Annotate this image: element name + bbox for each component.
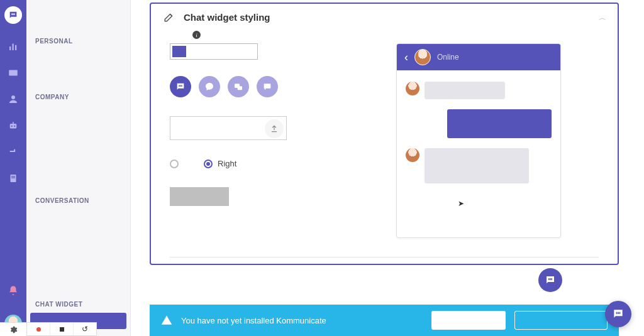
cursor-icon: ➤ bbox=[458, 199, 464, 208]
notifications-icon[interactable] bbox=[4, 282, 22, 300]
alert-text: You have not yet installed Kommunicate bbox=[181, 316, 423, 325]
nav-bot[interactable] bbox=[4, 117, 22, 134]
svg-rect-2 bbox=[14, 13, 14, 15]
svg-rect-17 bbox=[181, 85, 182, 87]
nav-analytics[interactable] bbox=[4, 38, 22, 55]
icon-option-3[interactable] bbox=[228, 76, 249, 97]
color-swatch bbox=[172, 46, 186, 57]
main-content: Chat widget styling ︿ i bbox=[131, 0, 644, 336]
info-icon[interactable]: i bbox=[192, 31, 201, 39]
chat-preview: ‹ Online bbox=[396, 43, 561, 238]
settings-sidebar: PERSONAL COMPANY CONVERSATION CHAT WIDGE… bbox=[26, 0, 131, 336]
svg-point-9 bbox=[11, 126, 13, 127]
pencil-icon bbox=[164, 11, 175, 23]
agent-avatar bbox=[414, 49, 431, 65]
msg-avatar bbox=[406, 82, 419, 95]
nav-docs[interactable] bbox=[4, 170, 22, 187]
sidebar-heading-conversation: CONVERSATION bbox=[26, 190, 130, 209]
page-chat-launcher[interactable] bbox=[605, 301, 631, 327]
nav-users[interactable] bbox=[4, 90, 22, 108]
nav-rail bbox=[0, 0, 26, 336]
svg-rect-12 bbox=[11, 175, 16, 182]
warning-icon bbox=[161, 315, 172, 326]
save-button[interactable] bbox=[170, 187, 229, 206]
svg-rect-24 bbox=[616, 312, 618, 314]
recorder-bar: ↺ bbox=[26, 322, 97, 336]
svg-rect-19 bbox=[238, 86, 242, 90]
sidebar-heading-chatwidget: CHAT WIDGET bbox=[26, 293, 130, 313]
svg-rect-13 bbox=[11, 176, 15, 176]
svg-rect-15 bbox=[179, 85, 179, 87]
launcher-icon-options bbox=[170, 76, 371, 97]
svg-rect-1 bbox=[13, 13, 13, 15]
collapse-icon[interactable]: ︿ bbox=[599, 13, 606, 23]
gear-icon[interactable] bbox=[0, 322, 26, 336]
card-title: Chat widget styling bbox=[184, 12, 270, 23]
nav-integrations[interactable] bbox=[4, 143, 22, 161]
primary-color-input[interactable] bbox=[170, 43, 258, 60]
sidebar-heading-company: COMPANY bbox=[26, 86, 130, 106]
app-logo[interactable] bbox=[4, 6, 22, 24]
outgoing-bubble bbox=[447, 109, 552, 138]
radio-left[interactable] bbox=[170, 160, 179, 168]
styling-card: Chat widget styling ︿ i bbox=[150, 3, 619, 265]
icon-option-1[interactable] bbox=[170, 76, 191, 97]
svg-rect-0 bbox=[11, 13, 12, 15]
svg-rect-14 bbox=[11, 178, 15, 178]
svg-rect-23 bbox=[552, 278, 553, 280]
incoming-bubble bbox=[425, 148, 529, 183]
icon-option-4[interactable] bbox=[257, 76, 278, 97]
upload-icon[interactable] bbox=[265, 119, 284, 138]
svg-rect-4 bbox=[13, 44, 14, 51]
svg-rect-21 bbox=[548, 278, 550, 280]
radio-right-label: Right bbox=[218, 159, 236, 168]
svg-point-10 bbox=[14, 126, 15, 127]
alert-secondary-button[interactable] bbox=[514, 311, 608, 330]
radio-right[interactable]: Right bbox=[204, 159, 236, 168]
svg-point-7 bbox=[11, 95, 15, 99]
agent-status: Online bbox=[437, 53, 459, 62]
chevron-left-icon[interactable]: ‹ bbox=[404, 51, 408, 64]
preview-launcher bbox=[538, 268, 562, 292]
upload-field[interactable] bbox=[170, 116, 287, 140]
svg-rect-11 bbox=[13, 122, 14, 124]
nav-conversations[interactable] bbox=[4, 64, 22, 82]
incoming-bubble bbox=[425, 82, 505, 99]
svg-rect-25 bbox=[618, 312, 619, 314]
stop-button[interactable] bbox=[50, 323, 74, 335]
svg-rect-26 bbox=[619, 312, 621, 314]
msg-avatar bbox=[406, 148, 419, 162]
alert-primary-button[interactable] bbox=[431, 311, 506, 330]
undo-button[interactable]: ↺ bbox=[74, 323, 96, 335]
svg-rect-8 bbox=[10, 124, 17, 129]
install-alert: You have not yet installed Kommunicate bbox=[150, 305, 619, 336]
svg-rect-3 bbox=[9, 46, 11, 50]
svg-rect-22 bbox=[550, 278, 551, 280]
svg-rect-5 bbox=[15, 45, 16, 50]
icon-option-2[interactable] bbox=[199, 76, 220, 97]
svg-rect-20 bbox=[264, 84, 271, 88]
svg-rect-16 bbox=[180, 85, 180, 87]
record-button[interactable] bbox=[27, 323, 50, 335]
svg-rect-6 bbox=[9, 70, 18, 76]
sidebar-heading-personal: PERSONAL bbox=[26, 30, 130, 50]
